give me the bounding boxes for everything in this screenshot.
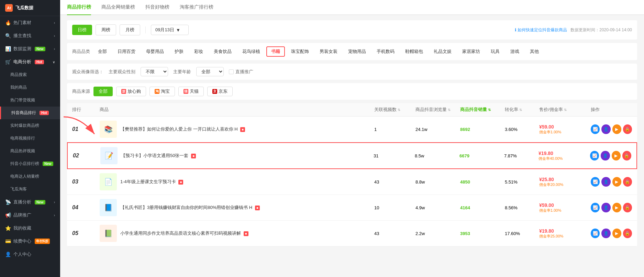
source-all-button[interactable]: 全部 (93, 87, 113, 96)
person-button[interactable]: 👤 (601, 151, 610, 160)
sidebar-item-live-analysis[interactable]: 📡 直播分析 New › (0, 196, 60, 209)
chart-button[interactable]: 📈 (591, 229, 600, 238)
cat-bags[interactable]: 鞋帽箱包 (401, 47, 428, 56)
cat-baby-goods[interactable]: 母婴用品 (142, 47, 168, 56)
tab-taobao-promo-rank[interactable]: 淘客推广排行榜 (180, 0, 213, 15)
video-button[interactable]: ▶ (612, 151, 621, 160)
star-icon: ⭐ (5, 225, 11, 231)
chart-button[interactable]: 📈 (590, 151, 599, 160)
sidebar-item-ecom-analysis[interactable]: 🛒 电商分析 Hot ∨ (0, 55, 60, 68)
live-promo-checkbox[interactable] (229, 69, 234, 74)
weekly-button[interactable]: 周榜 (96, 24, 116, 35)
sidebar-item-product-hot-video[interactable]: 商品热评视频 (0, 145, 60, 157)
sidebar-item-renewal-center[interactable]: 💳 续费中心 年付6折 (0, 235, 60, 248)
gender-select[interactable]: 不限 (141, 67, 168, 76)
chart-button[interactable]: 📈 (591, 203, 600, 212)
video-button[interactable]: ▶ (612, 177, 621, 187)
sidebar-item-douyin-shop-rank[interactable]: 抖音小店排行榜 New (0, 157, 60, 170)
sidebar-item-ecom-video-rank[interactable]: 电商视频排行 (0, 132, 60, 145)
help-link[interactable]: ℹ 如何快速定位抖音爆款商品 (515, 27, 567, 33)
videos-value: 43 (374, 179, 379, 185)
person-button[interactable]: 👤 (601, 177, 610, 187)
person-button[interactable]: 👤 (601, 203, 610, 212)
sidebar-item-data-monitor[interactable]: 📊 数据监测 New › (0, 42, 60, 55)
sidebar-item-hot-material[interactable]: 🔥 热门素材 › (0, 16, 60, 29)
sidebar-item-ecom-talent-rank[interactable]: 电商达人销量榜 (0, 170, 60, 183)
lock-button[interactable]: 🔒 (623, 203, 632, 212)
cat-pet-goods[interactable]: 宠物用品 (344, 47, 370, 56)
cat-daily-goods[interactable]: 日用百货 (113, 47, 140, 56)
hot-badge: Hot (40, 111, 49, 115)
cat-books[interactable]: 书籍 (266, 46, 285, 57)
sidebar-item-label: 商品搜索 (10, 72, 27, 78)
monthly-button[interactable]: 月榜 (120, 24, 140, 35)
daily-button[interactable]: 日榜 (72, 25, 92, 35)
lock-button[interactable]: 🔒 (623, 177, 632, 187)
sidebar-item-my-favorites[interactable]: ⭐ 我的收藏 (0, 222, 60, 235)
product-tag[interactable]: ■ (255, 206, 260, 210)
lock-button[interactable]: 🔒 (622, 151, 631, 160)
sidebar-item-label: 电商达人销量榜 (10, 174, 39, 179)
product-tag[interactable]: ■ (178, 180, 183, 185)
cat-food-drink[interactable]: 美食饮品 (209, 47, 236, 56)
cat-clothing[interactable]: 男装女装 (315, 47, 342, 56)
th-videos[interactable]: 关联视频数 ⇅ (374, 107, 415, 113)
lock-button[interactable]: 🔒 (623, 229, 632, 238)
video-button[interactable]: ▶ (612, 229, 621, 238)
tab-all-network-rank[interactable]: 商品全网销量榜 (101, 0, 135, 15)
conversion-cell: 3.60% (505, 127, 539, 132)
age-select[interactable]: 全部 (196, 67, 224, 76)
cat-plants[interactable]: 花鸟绿植 (238, 47, 265, 56)
cat-games[interactable]: 游戏 (506, 47, 524, 56)
chart-button[interactable]: 📈 (591, 124, 600, 134)
sidebar-item-douyin-rank[interactable]: 抖音商品排行 Hot (0, 107, 60, 119)
cat-home[interactable]: 家居家坊 (458, 47, 485, 56)
sidebar-item-brand-promo[interactable]: 📢 品牌推广 › (0, 209, 60, 222)
th-conversion[interactable]: 转化率 ⇅ (505, 107, 539, 113)
th-sales[interactable]: 商品抖音销量 ⇅ (460, 107, 505, 113)
th-product: 商品 (100, 107, 374, 113)
chart-button[interactable]: 📈 (591, 177, 600, 187)
source-jd-button[interactable]: 京 京东 (207, 87, 233, 96)
th-views[interactable]: 商品抖音浏览量 ⇅ (415, 107, 460, 113)
date-selector[interactable]: 09月13日 ▼ (151, 25, 189, 35)
source-fxg-button[interactable]: 放 放心购 (116, 87, 146, 96)
product-cell: 📗 小学生通用同步作文培养高品质语文核心素养可扫码视频讲解 ■ (100, 225, 374, 242)
person-button[interactable]: 👤 (601, 229, 610, 238)
cat-toys[interactable]: 玩具 (486, 47, 504, 56)
cat-gifts[interactable]: 礼品文娱 (429, 47, 456, 56)
sidebar-item-label: 数据监测 (13, 46, 31, 52)
video-button[interactable]: ▶ (612, 203, 621, 212)
sidebar-item-realtime-hot[interactable]: 实时爆款商品榜 (0, 119, 60, 132)
cat-jewelry[interactable]: 珠宝配饰 (287, 47, 313, 56)
source-tmall-button[interactable]: 猫 天猫 (178, 87, 204, 96)
cat-skincare[interactable]: 护肤 (170, 47, 188, 56)
sidebar-item-feiua-taobao[interactable]: 飞瓜淘客 (0, 183, 60, 196)
th-price[interactable]: 售价/佣金率 ⇅ (539, 107, 591, 113)
cat-all[interactable]: 全部 (93, 47, 111, 56)
video-button[interactable]: ▶ (612, 124, 621, 134)
sidebar-item-anchor-search[interactable]: 🔍 播主查找 › (0, 29, 60, 42)
cat-digital[interactable]: 手机数码 (372, 47, 399, 56)
product-tag[interactable]: ■ (240, 127, 245, 132)
main-content: 商品排行榜 商品全网销量榜 抖音好物榜 淘客推广排行榜 日榜 周榜 月榜 09月… (60, 0, 644, 277)
product-tag[interactable]: ■ (244, 231, 248, 236)
sidebar-item-personal-center[interactable]: 👤 个人中心 (0, 248, 60, 261)
lock-button[interactable]: 🔒 (623, 124, 632, 134)
sidebar-item-my-products[interactable]: 我的商品 (0, 81, 60, 94)
audience-filter-row: 观众画像筛选： 主要观众性别 不限 主要年龄 全部 直播推广 (67, 64, 637, 80)
sidebar-item-product-search[interactable]: 商品搜索 (0, 68, 60, 81)
person-button[interactable]: 👤 (601, 124, 610, 134)
product-cell: 📝 【预习卡】小学语文通用50张一套 ■ (100, 147, 374, 164)
live-promo-checkbox-label[interactable]: 直播推广 (229, 69, 253, 75)
product-tag[interactable]: ■ (191, 154, 196, 158)
product-name: 【樊登推荐】如何让你爱的人爱上你 一开口就让人喜欢你 H (120, 126, 238, 132)
source-taobao-button[interactable]: 淘 淘宝 (149, 87, 175, 96)
cat-others[interactable]: 其他 (525, 47, 543, 56)
conversion-value: 7.87% (504, 153, 517, 158)
tab-douyin-hot[interactable]: 抖音好物榜 (145, 0, 169, 15)
tab-product-rank[interactable]: 商品排行榜 (67, 0, 91, 15)
sidebar-item-hot-video[interactable]: 热门带货视频 (0, 94, 60, 107)
cat-makeup[interactable]: 彩妆 (190, 47, 208, 56)
table-row: 03 📄 1-4年级上册课文生字预习卡 ■ 43 8.8w 4850 5.51%… (67, 169, 637, 195)
